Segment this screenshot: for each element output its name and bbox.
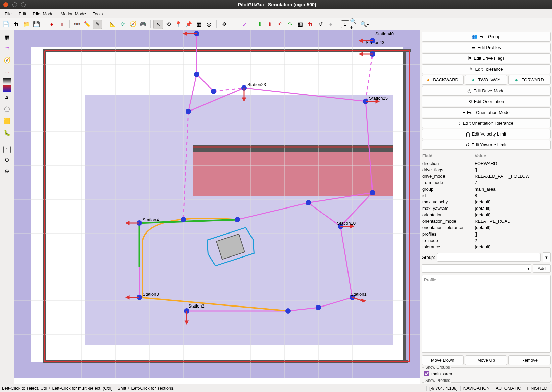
props-row[interactable]: orientation{default}: [422, 212, 551, 218]
edit-velocity-limit-button[interactable]: ⋂ Edit Velocity Limit: [422, 129, 551, 139]
props-row[interactable]: orientation_modeRELATIVE_ROAD: [422, 218, 551, 224]
props-row[interactable]: to_node2: [422, 237, 551, 244]
edit-yawrate-limit-button[interactable]: ↺ Edit Yawrate Limit: [422, 140, 551, 150]
status-mode-auto: AUTOMATIC: [493, 386, 524, 391]
remove-button[interactable]: Remove: [508, 355, 551, 365]
menu-motion-mode[interactable]: Motion Mode: [57, 10, 89, 18]
info-icon[interactable]: ⓘ: [2, 104, 13, 115]
group-input[interactable]: [437, 253, 541, 262]
path2-icon[interactable]: ⤢: [240, 20, 249, 29]
edit-orientation-button[interactable]: ⟲ Edit Orientation: [422, 97, 551, 106]
edit-tolerance-button[interactable]: ✎ Edit Tolerance: [422, 64, 551, 74]
props-row[interactable]: from_node7: [422, 179, 551, 186]
record2-icon[interactable]: ●: [326, 20, 335, 29]
edit-orientation-tol-button[interactable]: ↕ Edit Orientation Tolerance: [422, 118, 551, 128]
direction-two-way-button[interactable]: ◆TWO_WAY: [465, 75, 507, 85]
profile-combo[interactable]: ▾: [422, 264, 531, 273]
props-row[interactable]: id8: [422, 192, 551, 199]
new-map-icon[interactable]: 📄: [1, 20, 11, 29]
svg-point-75: [235, 217, 240, 222]
edit-profiles-button[interactable]: ☰ Edit Profiles: [422, 43, 551, 52]
group-dropdown-icon[interactable]: ▾: [543, 252, 551, 262]
map-canvas[interactable]: Station40 Station43 Station23 Station25 …: [14, 30, 420, 384]
move-down-button[interactable]: Move Down: [422, 355, 464, 365]
menu-edit[interactable]: Edit: [15, 10, 29, 18]
record-icon[interactable]: ●: [47, 20, 56, 29]
menu-tools[interactable]: Tools: [89, 10, 106, 18]
gamepad-icon[interactable]: 🎮: [138, 20, 148, 29]
redo-icon[interactable]: ↷: [285, 20, 295, 29]
props-row[interactable]: orientation_tolerance{default}: [422, 224, 551, 231]
move-icon[interactable]: ✥: [219, 20, 229, 29]
props-row[interactable]: max_velocity{default}: [422, 199, 551, 205]
compass-icon[interactable]: 📐: [108, 20, 117, 29]
menu-file[interactable]: File: [1, 10, 15, 18]
gradient-bw-icon[interactable]: [3, 78, 11, 84]
add-profile-button[interactable]: Add: [533, 264, 551, 273]
edit-drive-flags-button[interactable]: ⚑ Edit Drive Flags: [422, 53, 551, 63]
show-profiles-box: Show Profiles: [422, 381, 551, 383]
direction-forward-button[interactable]: ◆FORWARD: [508, 75, 551, 85]
window-maximize-icon[interactable]: [21, 2, 26, 7]
zoom-fit-icon[interactable]: 1: [341, 20, 349, 28]
close-map-icon[interactable]: 🗑: [11, 20, 21, 29]
svg-point-59: [194, 72, 199, 77]
pointer-icon[interactable]: ↖: [153, 20, 163, 29]
svg-point-60: [211, 89, 216, 94]
edit-drive-mode-button[interactable]: ◎ Edit Drive Mode: [422, 86, 551, 96]
move-up-button[interactable]: Move Up: [465, 355, 507, 365]
edit-orientation-mode-button[interactable]: ⌐ Edit Orientation Mode: [422, 107, 551, 117]
edit-group-button[interactable]: 👥 Edit Group: [422, 32, 551, 42]
hash-icon[interactable]: #: [2, 93, 13, 103]
props-row[interactable]: drive_modeRELAXED_PATH_FOLLOW: [422, 173, 551, 179]
svg-rect-4: [193, 145, 393, 152]
props-row[interactable]: drive_flags[]: [422, 167, 551, 173]
open-folder-icon[interactable]: 📁: [22, 20, 31, 29]
save-icon[interactable]: 💾: [32, 20, 41, 29]
pin2-icon[interactable]: 📌: [184, 20, 193, 29]
compass2-icon[interactable]: 🧭: [128, 20, 138, 29]
pin1-icon[interactable]: 📍: [174, 20, 183, 29]
zoom-in-icon[interactable]: 🔍+: [350, 20, 359, 29]
profile-list[interactable]: Profile: [422, 275, 551, 353]
area-icon[interactable]: ▩: [295, 20, 305, 29]
path1-icon[interactable]: ⟋: [230, 20, 239, 29]
props-row[interactable]: profiles[]: [422, 231, 551, 237]
robot-icon[interactable]: 🟨: [2, 116, 13, 126]
bug-icon[interactable]: 🐛: [2, 127, 13, 138]
delete-icon[interactable]: 🗑: [306, 20, 315, 29]
view-icon[interactable]: 👓: [72, 20, 82, 29]
grid-icon[interactable]: ▦: [2, 32, 13, 43]
undo-icon[interactable]: ↶: [275, 20, 285, 29]
group-checkbox-main-area[interactable]: [424, 371, 429, 376]
history-icon[interactable]: ↺: [316, 20, 325, 29]
stop-icon[interactable]: ■: [57, 20, 67, 29]
select-target-icon[interactable]: ◎: [204, 20, 214, 29]
refresh-icon[interactable]: ⟳: [118, 20, 127, 29]
scatter-icon[interactable]: ∴: [2, 66, 13, 77]
rotate-icon[interactable]: ⟲: [164, 20, 173, 29]
window-close-icon[interactable]: [3, 2, 8, 7]
props-row[interactable]: tolerance{default}: [422, 244, 551, 250]
zoom-out-side-icon[interactable]: ⊖: [2, 166, 13, 176]
upload-icon[interactable]: ⬆: [265, 20, 274, 29]
props-row[interactable]: max_yawrate{default}: [422, 205, 551, 212]
zoom-in-side-icon[interactable]: ⊕: [2, 154, 13, 165]
svg-point-76: [181, 217, 186, 222]
gradient-rb-icon[interactable]: [3, 85, 11, 92]
select-rect-icon[interactable]: ▦: [194, 20, 203, 29]
edit-highlight-icon[interactable]: ✎: [93, 20, 102, 29]
zoom-out-icon[interactable]: 🔍-: [360, 20, 369, 29]
props-row[interactable]: directionFORWARD: [422, 160, 551, 167]
fit-icon[interactable]: 1: [3, 146, 11, 153]
main-toolbar: 📄 🗑 📁 💾 ● ■ 👓 ✏️ ✎ 📐 ⟳ 🧭 🎮 ↖ ⟲ 📍 📌 ▦ ◎ ✥…: [0, 18, 552, 30]
svg-point-61: [186, 109, 191, 114]
graph-icon[interactable]: ⬚: [2, 43, 13, 54]
direction-backward-button[interactable]: ◆BACKWARD: [422, 75, 464, 85]
compass-side-icon[interactable]: 🧭: [2, 55, 13, 66]
menu-pilot-mode[interactable]: Pilot Mode: [29, 10, 57, 18]
edit-pencil-icon[interactable]: ✏️: [82, 20, 92, 29]
window-minimize-icon[interactable]: [12, 2, 17, 7]
download-icon[interactable]: ⬇: [255, 20, 264, 29]
props-row[interactable]: groupmain_area: [422, 186, 551, 192]
